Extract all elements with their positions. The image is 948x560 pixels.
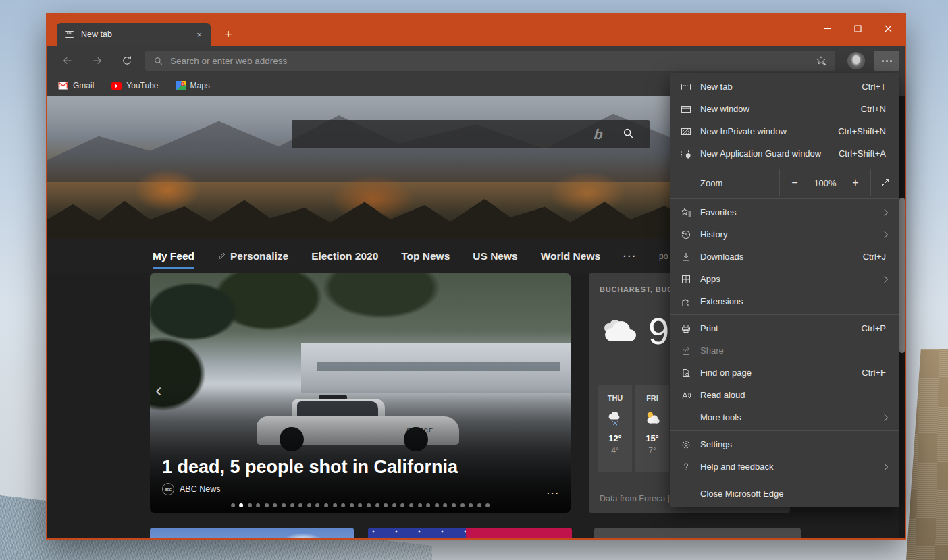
carousel-dot[interactable] [333, 503, 337, 507]
menu-item-new-tab[interactable]: New tab Ctrl+T [670, 76, 899, 98]
carousel-dot[interactable] [400, 503, 404, 507]
news-headline[interactable]: 1 dead, 5 people shot in California [162, 457, 544, 478]
feed-more-tabs[interactable]: ··· [623, 251, 637, 262]
fullscreen-icon[interactable] [871, 177, 899, 188]
menu-item-favorites[interactable]: Favorites [670, 201, 899, 223]
menu-item-new-window[interactable]: New window Ctrl+N [670, 98, 899, 120]
gmail-icon [58, 82, 68, 90]
close-button[interactable] [873, 15, 903, 42]
feed-tab-world-news[interactable]: World News [541, 250, 600, 262]
carousel-prev-arrow[interactable]: ‹ [155, 379, 162, 401]
maximize-button[interactable] [843, 15, 873, 42]
menu-item-new-application-guard-window[interactable]: New Application Guard window Ctrl+Shift+… [670, 142, 899, 165]
zoom-out-button[interactable]: − [780, 177, 810, 189]
tab-close-icon[interactable]: × [191, 26, 207, 43]
menu-item-close-microsoft-edge[interactable]: Close Microsoft Edge [670, 482, 899, 505]
address-bar[interactable]: Search or enter web address [145, 51, 835, 71]
carousel-dot[interactable] [231, 503, 235, 507]
bookmark-maps[interactable]: Maps [176, 81, 210, 90]
settings-icon [679, 439, 693, 450]
menu-item-read-aloud[interactable]: Read aloud [670, 384, 899, 406]
carousel-dot[interactable] [367, 503, 371, 507]
forecast-fri[interactable]: FRI 15° 7° [635, 385, 669, 472]
feed-tab-personalize[interactable]: Personalize [217, 250, 288, 262]
card-more-options[interactable]: ··· [547, 488, 560, 498]
weather-temperature: 9 [648, 312, 669, 350]
carousel-dot[interactable] [409, 503, 413, 507]
zoom-value: 100% [810, 178, 841, 188]
menu-item-downloads[interactable]: Downloads Ctrl+J [670, 246, 899, 268]
hero-search-icon[interactable] [622, 127, 635, 142]
carousel-dot[interactable] [485, 503, 490, 507]
carousel-dot[interactable] [435, 503, 439, 507]
carousel-dot[interactable] [316, 503, 320, 507]
shortcut-label: Ctrl+P [862, 323, 886, 333]
news-source: ABC News [180, 484, 220, 494]
carousel-dot[interactable] [392, 503, 396, 507]
carousel-dot[interactable] [248, 503, 252, 507]
carousel-dot[interactable] [290, 503, 294, 507]
shortcut-label: Ctrl+Shift+N [838, 126, 886, 136]
bottom-card-1[interactable] [150, 528, 354, 538]
new-tab-button[interactable]: + [217, 23, 239, 46]
menu-item-extensions[interactable]: Extensions [670, 290, 899, 312]
carousel-dot[interactable] [375, 503, 379, 507]
bookmark-gmail[interactable]: Gmail [58, 81, 94, 90]
settings-and-more-button[interactable] [874, 51, 899, 71]
carousel-dot[interactable] [418, 503, 422, 507]
menu-item-more-tools[interactable]: More tools [670, 406, 899, 428]
carousel-dot[interactable] [341, 503, 345, 507]
bookmark-label: YouTube [126, 81, 158, 90]
menu-item-find-on-page[interactable]: Find on page Ctrl+F [670, 362, 899, 384]
refresh-button[interactable] [115, 49, 138, 72]
carousel-dot[interactable] [265, 503, 269, 507]
news-card[interactable]: POLICE ‹ 1 dead, 5 people shot in Califo… [150, 273, 571, 513]
zoom-in-button[interactable]: + [841, 177, 870, 189]
tab-new-tab[interactable]: New tab × [57, 23, 211, 46]
settings-and-more-menu: New tab Ctrl+T New window Ctrl+N New InP… [670, 73, 899, 507]
carousel-dot[interactable] [426, 503, 430, 507]
bing-search-box[interactable]: b [292, 120, 650, 148]
feed-tab-top-news[interactable]: Top News [401, 250, 450, 262]
feed-tab-my-feed[interactable]: My Feed [153, 250, 194, 262]
forward-button[interactable] [86, 49, 109, 72]
profile-avatar[interactable] [847, 52, 865, 69]
carousel-dot[interactable] [452, 503, 456, 507]
carousel-dot[interactable] [239, 503, 243, 507]
menu-item-print[interactable]: Print Ctrl+P [670, 317, 899, 339]
carousel-dot[interactable] [350, 503, 354, 507]
carousel-dot[interactable] [298, 503, 302, 507]
carousel-dot[interactable] [469, 503, 473, 507]
menu-item-new-inprivate-window[interactable]: New InPrivate window Ctrl+Shift+N [670, 120, 899, 142]
minimize-button[interactable] [812, 15, 843, 42]
forecast-thu[interactable]: THU 12° 4° [598, 385, 632, 472]
bookmark-youtube[interactable]: YouTube [111, 81, 158, 90]
menu-separator [670, 480, 899, 480]
back-button[interactable] [56, 49, 79, 72]
feed-tab-us-news[interactable]: US News [473, 250, 517, 262]
carousel-dot[interactable] [307, 503, 311, 507]
print-icon [679, 323, 693, 334]
chevron-right-icon [880, 461, 891, 472]
weather-location: BUCHAREST, BUC [600, 285, 673, 293]
menu-item-help-and-feedback[interactable]: Help and feedback [670, 455, 899, 478]
add-favorite-star-icon[interactable] [816, 55, 827, 67]
bottom-card-3[interactable] [594, 528, 801, 538]
menu-item-history[interactable]: History [670, 223, 899, 246]
carousel-dot[interactable] [359, 503, 363, 507]
page-scrollbar[interactable] [899, 96, 905, 538]
feed-tab-election-2020[interactable]: Election 2020 [311, 250, 378, 262]
carousel-dot[interactable] [256, 503, 260, 507]
carousel-dot[interactable] [273, 503, 278, 507]
menu-item-settings[interactable]: Settings [670, 433, 899, 455]
scrollbar-thumb[interactable] [899, 198, 905, 353]
partly-sunny-icon [643, 409, 661, 426]
carousel-dot[interactable] [282, 503, 286, 507]
carousel-dot[interactable] [477, 503, 481, 507]
carousel-dot[interactable] [384, 503, 388, 507]
menu-item-apps[interactable]: Apps [670, 268, 899, 290]
carousel-dot[interactable] [324, 503, 328, 507]
bottom-card-2[interactable] [368, 528, 572, 538]
carousel-dot[interactable] [443, 503, 447, 507]
carousel-dot[interactable] [460, 503, 465, 507]
